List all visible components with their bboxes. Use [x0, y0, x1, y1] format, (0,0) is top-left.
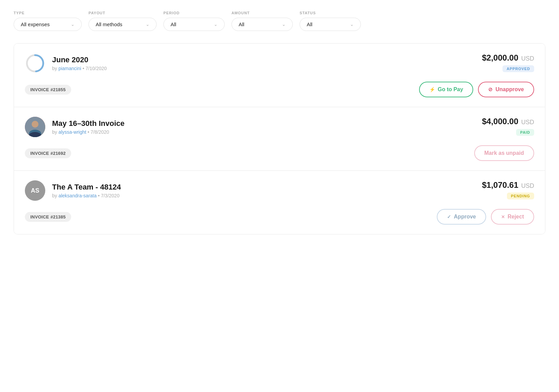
- invoice-meta: by alyssa-wright • 7/8/2020: [52, 129, 125, 135]
- mark-unpaid-label: Mark as unpaid: [484, 150, 524, 156]
- amount-value: $1,070.61: [482, 180, 518, 190]
- period-filter[interactable]: All ⌄: [163, 18, 225, 31]
- type-filter-label: TYPE: [14, 11, 82, 15]
- chevron-down-icon: ⌄: [146, 22, 149, 27]
- invoice-list: June 2020 by piamancini • 7/10/2020 $2,0…: [14, 43, 545, 234]
- go-to-pay-label: Go to Pay: [438, 86, 463, 93]
- chevron-down-icon: ⌄: [214, 22, 218, 27]
- action-buttons: Go to Pay Unapprove: [419, 82, 534, 97]
- invoice-meta: by aleksandra-sarata • 7/3/2020: [52, 193, 121, 198]
- unapprove-label: Unapprove: [495, 86, 524, 93]
- reject-button[interactable]: Reject: [491, 209, 534, 225]
- invoice-amount: $1,070.61 USD: [482, 180, 534, 190]
- invoice-amount: $4,000.00 USD: [482, 117, 534, 126]
- avatar: AS: [25, 180, 45, 201]
- payout-filter-group: PAYOUT All methods ⌄: [89, 11, 157, 31]
- user-link[interactable]: aleksandra-sarata: [59, 193, 97, 198]
- invoice-card: AS The A Team - 48124 by aleksandra-sara…: [14, 171, 545, 234]
- mark-unpaid-button[interactable]: Mark as unpaid: [474, 145, 534, 161]
- amount-currency: USD: [521, 119, 534, 126]
- block-icon: [488, 86, 493, 93]
- amount-value: $2,000.00: [482, 53, 518, 62]
- x-icon: [501, 214, 505, 220]
- status-badge: PAID: [516, 129, 534, 136]
- amount-currency: USD: [521, 182, 534, 189]
- status-badge: PENDING: [507, 193, 534, 199]
- chevron-down-icon: ⌄: [350, 22, 354, 27]
- status-filter[interactable]: All ⌄: [300, 18, 361, 31]
- amount-filter-label: AMOUNT: [231, 11, 293, 15]
- invoice-card: May 16–30th Invoice by alyssa-wright • 7…: [14, 107, 545, 171]
- go-to-pay-button[interactable]: Go to Pay: [419, 82, 474, 97]
- status-badge: APPROVED: [502, 65, 534, 72]
- check-icon: [447, 214, 451, 220]
- filter-bar: TYPE All expenses ⌄ PAYOUT All methods ⌄…: [14, 11, 545, 31]
- chevron-down-icon: ⌄: [71, 22, 75, 27]
- invoice-amount: $2,000.00 USD: [482, 53, 534, 63]
- chevron-down-icon: ⌄: [282, 22, 286, 27]
- action-buttons: Approve Reject: [437, 209, 534, 225]
- invoice-number-badge: INVOICE #21385: [25, 212, 71, 222]
- invoice-title: The A Team - 48124: [52, 183, 121, 192]
- reject-label: Reject: [508, 214, 524, 220]
- type-filter-group: TYPE All expenses ⌄: [14, 11, 82, 31]
- avatar: [25, 117, 45, 137]
- action-buttons: Mark as unpaid: [474, 145, 534, 161]
- period-filter-label: PERIOD: [163, 11, 225, 15]
- svg-point-3: [32, 121, 38, 128]
- type-filter[interactable]: All expenses ⌄: [14, 18, 82, 31]
- invoice-number-badge: INVOICE #21855: [25, 85, 71, 95]
- payout-filter-label: PAYOUT: [89, 11, 157, 15]
- type-filter-value: All expenses: [21, 21, 50, 27]
- status-filter-label: STATUS: [300, 11, 361, 15]
- payout-filter-value: All methods: [96, 21, 122, 27]
- pay-icon: [429, 86, 435, 93]
- status-filter-value: All: [307, 21, 313, 27]
- invoice-meta: by piamancini • 7/10/2020: [52, 66, 107, 71]
- period-filter-value: All: [171, 21, 176, 27]
- user-link[interactable]: alyssa-wright: [59, 129, 86, 135]
- approve-label: Approve: [454, 214, 476, 220]
- amount-value: $4,000.00: [482, 117, 518, 126]
- avatar: [25, 53, 45, 74]
- invoice-card: June 2020 by piamancini • 7/10/2020 $2,0…: [14, 44, 545, 107]
- amount-filter[interactable]: All ⌄: [231, 18, 293, 31]
- period-filter-group: PERIOD All ⌄: [163, 11, 225, 31]
- avatar-initials: AS: [31, 187, 39, 194]
- payout-filter[interactable]: All methods ⌄: [89, 18, 157, 31]
- approve-button[interactable]: Approve: [437, 209, 486, 225]
- invoice-title: June 2020: [52, 55, 107, 64]
- user-link[interactable]: piamancini: [59, 66, 81, 71]
- amount-filter-group: AMOUNT All ⌄: [231, 11, 293, 31]
- amount-filter-value: All: [239, 21, 244, 27]
- invoice-title: May 16–30th Invoice: [52, 119, 125, 128]
- invoice-number-badge: INVOICE #21692: [25, 148, 71, 158]
- amount-currency: USD: [521, 55, 534, 62]
- status-filter-group: STATUS All ⌄: [300, 11, 361, 31]
- unapprove-button[interactable]: Unapprove: [478, 82, 534, 97]
